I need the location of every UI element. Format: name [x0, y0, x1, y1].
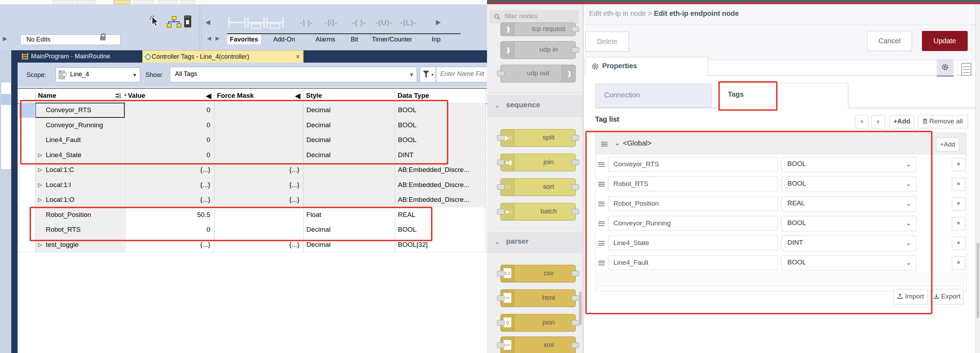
palette-node-batch[interactable]: ∷▸∷ batch [500, 203, 576, 220]
tag-name-input[interactable] [608, 255, 778, 270]
tag-datatype-cell[interactable]: BOOL [395, 133, 486, 148]
update-button[interactable]: Update [922, 31, 968, 51]
tag-datatype-cell[interactable]: REAL [395, 207, 486, 223]
delete-button[interactable]: Delete [585, 32, 629, 52]
tab-mainprogram-mainroutine[interactable]: MainProgram - MainRoutine [22, 50, 138, 63]
palette-node-json[interactable]: {} json [500, 314, 576, 332]
instruction-tab-alarms[interactable]: Alarms [313, 35, 338, 44]
node-input-port[interactable] [497, 342, 504, 348]
instruction-tab-addon[interactable]: Add-On [270, 35, 298, 44]
remove-tag-button[interactable]: × [952, 177, 965, 191]
branch-instruction-icon[interactable] [247, 17, 265, 28]
tag-name-cell[interactable]: Conveyor_RTS [35, 103, 125, 118]
drag-handle-icon[interactable] [598, 241, 605, 246]
row-selector[interactable] [19, 192, 35, 207]
row-selector[interactable] [19, 162, 35, 177]
toolbar-chip[interactable] [158, 0, 178, 4]
tag-type-select[interactable]: BOOL⌄ [781, 216, 916, 231]
tag-value-cell[interactable]: 0 [125, 222, 214, 237]
tag-value-cell[interactable]: 0 [125, 103, 214, 118]
node-output-port[interactable] [571, 295, 579, 301]
lock-icon[interactable] [100, 36, 106, 40]
remove-tag-button[interactable]: × [952, 197, 965, 211]
node-output-port[interactable] [571, 209, 579, 214]
toolbar-chip[interactable] [134, 0, 154, 4]
palette-node-join[interactable]: ∷▸▮ join [500, 154, 576, 171]
palette-node-udp-in[interactable]: )) udp in [500, 41, 576, 59]
tab-connection[interactable]: Connection [595, 84, 712, 108]
palette-node-split[interactable]: ▮▸∷ split [500, 129, 576, 147]
expand-icon[interactable]: ▷ [38, 192, 42, 207]
value-column-pin-icon[interactable]: ◀ [206, 92, 211, 100]
tag-forcemask-cell[interactable]: {...} [214, 192, 303, 207]
tag-name-cell[interactable]: Robot_RTS [35, 222, 125, 237]
tag-name-cell[interactable]: ▷Line4_State [35, 148, 125, 163]
instruction-tab-input-cut[interactable]: Inp [429, 35, 443, 44]
tag-name-cell[interactable]: Conveyor_Running [35, 118, 125, 133]
tag-style-cell[interactable] [303, 177, 395, 193]
instruction-tab-timercounter[interactable]: Timer/Counter [369, 35, 415, 44]
tag-forcemask-cell[interactable] [214, 103, 303, 118]
forcemask-column-pin-icon[interactable]: ◀ [295, 92, 301, 100]
ote-instruction-button[interactable]: -( )- [352, 18, 366, 27]
add-tag-button[interactable]: +Add [889, 115, 914, 128]
export-button[interactable]: Export [930, 289, 963, 304]
tag-forcemask-cell[interactable]: {...} [214, 177, 303, 193]
tag-forcemask-cell[interactable] [214, 133, 303, 148]
drag-handle-icon[interactable] [598, 201, 605, 206]
node-output-port[interactable] [571, 47, 579, 53]
remove-all-button[interactable]: Remove all [917, 115, 968, 128]
drag-handle-icon[interactable] [598, 221, 605, 226]
node-description-button[interactable] [958, 60, 972, 75]
tag-value-cell[interactable]: 0 [125, 133, 214, 148]
tag-type-select[interactable]: BOOL⌄ [781, 255, 916, 271]
node-output-port[interactable] [571, 271, 579, 276]
chevron-down-icon[interactable]: ⌄ [614, 139, 620, 147]
node-input-port[interactable] [497, 160, 504, 165]
remove-tag-button[interactable]: × [952, 237, 965, 250]
group-add-tag-button[interactable]: +Add [936, 138, 959, 152]
expand-icon[interactable]: ▷ [38, 148, 42, 162]
tag-type-select[interactable]: BOOL⌄ [781, 157, 916, 172]
scope-dropdown[interactable]: Line_4 ▼ [56, 68, 140, 82]
edit-properties-toggle-button[interactable] [937, 59, 954, 75]
row-selector[interactable] [19, 118, 35, 133]
tabs-scroll-right-icon[interactable]: ▶ [215, 35, 220, 41]
autohide-pane-chip[interactable] [1, 94, 11, 104]
node-input-port[interactable] [497, 320, 504, 326]
tag-drop-area[interactable] [597, 275, 964, 286]
tag-style-cell[interactable] [303, 162, 395, 177]
expand-icon[interactable]: ▷ [38, 237, 42, 252]
network-who-active-icon[interactable] [167, 16, 181, 27]
tag-value-cell[interactable]: 50.5 [125, 207, 214, 223]
row-selector[interactable] [19, 133, 35, 148]
palette-scrollbar[interactable] [579, 292, 582, 325]
drag-handle-icon[interactable] [598, 182, 605, 187]
instruction-scroll-left-icon[interactable]: ◀ [205, 18, 210, 26]
branch-level-instruction-icon[interactable] [266, 17, 284, 28]
palette-node-csv[interactable]: 1,2 csv [500, 265, 576, 282]
palette-node-tcp-request[interactable]: )) tcp request [500, 22, 576, 36]
palette-search-input[interactable] [504, 12, 576, 21]
tag-type-select[interactable]: BOOL⌄ [781, 176, 916, 192]
row-selector[interactable] [19, 237, 35, 252]
tab-properties[interactable]: Properties [585, 57, 708, 76]
tag-value-cell[interactable]: 0 [125, 148, 214, 163]
expand-icon[interactable]: ▷ [38, 177, 42, 192]
row-selector[interactable] [19, 177, 35, 193]
drag-handle-icon[interactable] [598, 261, 605, 266]
tag-name-cell[interactable]: Line4_Fault [35, 133, 125, 148]
node-output-port[interactable] [571, 184, 579, 190]
node-input-port[interactable] [497, 209, 504, 214]
tag-forcemask-cell[interactable] [214, 207, 303, 223]
tag-style-cell[interactable]: Float [303, 207, 395, 223]
tag-style-cell[interactable]: Decimal [303, 103, 395, 118]
tag-value-cell[interactable]: {...} [125, 237, 214, 252]
palette-category-parser[interactable]: ⌄ parser [487, 232, 583, 253]
tag-name-input[interactable] [608, 236, 778, 250]
tag-style-cell[interactable]: Decimal [303, 148, 395, 163]
remove-tag-button[interactable]: × [952, 217, 965, 230]
node-output-port[interactable] [571, 320, 579, 326]
tag-name-input[interactable] [608, 216, 778, 231]
tag-datatype-cell[interactable]: AB:Embedded_Discre... [395, 192, 486, 207]
